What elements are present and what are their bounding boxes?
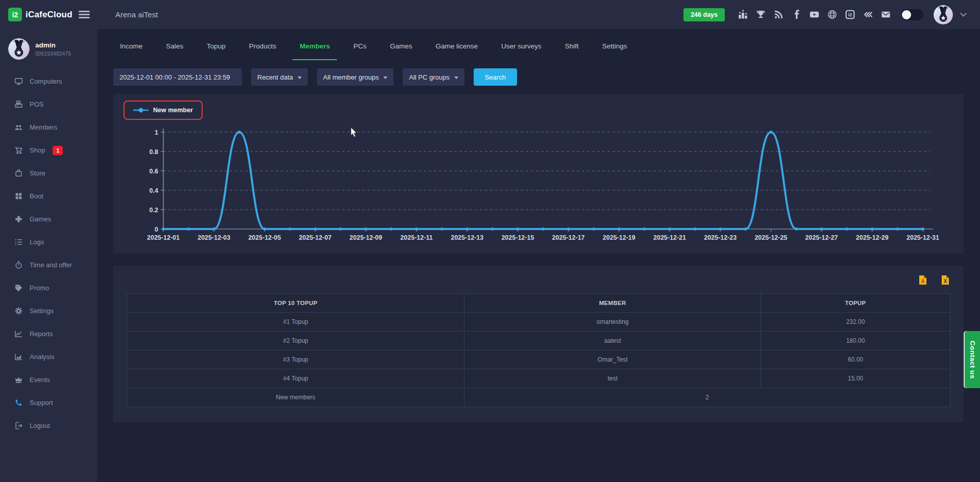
ranking-icon[interactable]: ★★★ — [738, 10, 748, 19]
tab-income[interactable]: Income — [120, 42, 142, 60]
phone-icon — [14, 398, 23, 407]
tab-games[interactable]: Games — [390, 42, 412, 60]
tab-user-surveys[interactable]: User surveys — [501, 42, 542, 60]
sidebar-item-time-and-offer[interactable]: Time and offer — [0, 253, 97, 276]
svg-text:2025-12-19: 2025-12-19 — [603, 234, 635, 241]
data-mode-dropdown[interactable]: Recent data — [251, 68, 308, 86]
tab-sales[interactable]: Sales — [166, 42, 183, 60]
chart-legend-highlighted[interactable]: New member — [124, 100, 203, 120]
svg-text:X: X — [944, 278, 947, 284]
footer-value: 2 — [464, 388, 950, 407]
sidebar-item-logout[interactable]: Logout — [0, 414, 97, 437]
sidebar-item-store[interactable]: Store — [0, 162, 97, 185]
tab-game-license[interactable]: Game license — [435, 42, 478, 60]
export-pdf-icon[interactable]: A — [918, 275, 928, 285]
sidebar-item-settings[interactable]: Settings — [0, 299, 97, 322]
topbar: i2 iCafeCloud Arena aiTest 246 days ★★★i… — [0, 0, 980, 29]
export-row: A X — [127, 275, 950, 286]
table-cell: Omar_Test — [464, 350, 761, 369]
rss-icon[interactable] — [774, 10, 783, 19]
profile-avatar: PLATINUM — [8, 38, 30, 60]
monitor-icon — [14, 77, 23, 86]
topup-table-card: A X TOP 10 TOPUPMEMBERTOPUP #1 Topupomar… — [113, 266, 964, 422]
pc-group-value: All PC groups — [409, 73, 449, 81]
sidebar-item-label: Reports — [30, 330, 53, 338]
sidebar-item-reports[interactable]: Reports — [0, 322, 97, 345]
windows-icon — [14, 192, 23, 200]
pc-group-dropdown[interactable]: All PC groups — [403, 68, 464, 86]
list-icon — [14, 238, 23, 246]
table-row: #3 TopupOmar_Test60.00 — [127, 350, 950, 369]
table-cell: #4 Topup — [127, 369, 464, 388]
icafecloud-icon[interactable]: i2 — [845, 10, 855, 19]
top-topup-table: TOP 10 TOPUPMEMBERTOPUP #1 Topupomartest… — [127, 293, 950, 407]
dark-mode-toggle[interactable] — [901, 9, 923, 20]
table-cell: #2 Topup — [127, 332, 464, 350]
data-mode-value: Recent data — [257, 73, 293, 81]
user-avatar[interactable]: PLATINUM — [934, 5, 953, 24]
cart-icon — [14, 146, 23, 155]
svg-text:2025-12-21: 2025-12-21 — [653, 234, 686, 241]
table-cell: 232.00 — [761, 313, 950, 332]
svg-text:2025-12-31: 2025-12-31 — [906, 234, 939, 241]
contact-us-tab[interactable]: Contact us — [965, 331, 980, 388]
search-button[interactable]: Search — [474, 68, 517, 86]
sidebar-item-computers[interactable]: Computers — [0, 70, 97, 93]
table-row: #4 Topuptest15.00 — [127, 369, 950, 388]
svg-text:★: ★ — [745, 12, 748, 15]
sidebar-item-support[interactable]: Support — [0, 391, 97, 414]
globe-icon[interactable] — [827, 10, 837, 19]
tab-pcs[interactable]: PCs — [353, 42, 366, 60]
svg-text:0.4: 0.4 — [150, 187, 158, 194]
sidebar-item-boot[interactable]: Boot — [0, 185, 97, 208]
table-header: MEMBER — [464, 294, 761, 313]
tag-icon — [14, 284, 23, 292]
subscription-days-badge[interactable]: 246 days — [683, 8, 725, 21]
app-logo[interactable]: i2 iCafeCloud — [8, 8, 72, 21]
svg-text:i2: i2 — [848, 12, 852, 17]
svg-text:2025-12-29: 2025-12-29 — [856, 234, 889, 241]
youtube-icon[interactable] — [810, 10, 819, 19]
shop-badge: 1 — [53, 146, 63, 155]
sidebar-profile[interactable]: PLATINUM admin 005193482475 — [0, 29, 97, 65]
profile-name: admin — [35, 41, 71, 49]
sidebar-item-label: Events — [30, 376, 50, 384]
sidebar-item-members[interactable]: Members — [0, 116, 97, 139]
chevron-down-icon — [383, 77, 387, 79]
date-range-input[interactable] — [113, 68, 242, 86]
layers-icon[interactable] — [863, 10, 873, 19]
sidebar-item-label: Shop — [30, 146, 45, 154]
svg-text:2025-12-03: 2025-12-03 — [198, 234, 230, 241]
svg-text:A: A — [921, 278, 924, 284]
tab-topup[interactable]: Topup — [207, 42, 226, 60]
member-group-dropdown[interactable]: All member groups — [317, 68, 394, 86]
sidebar-item-logs[interactable]: Logs — [0, 231, 97, 253]
tab-shift[interactable]: Shift — [565, 42, 579, 60]
svg-text:0.2: 0.2 — [150, 207, 158, 214]
page-title: Arena aiTest — [115, 10, 158, 19]
sidebar-item-analysis[interactable]: Analysis — [0, 345, 97, 368]
facebook-icon[interactable] — [792, 10, 801, 19]
chevron-down-icon[interactable] — [960, 10, 967, 17]
tab-products[interactable]: Products — [249, 42, 276, 60]
sidebar-item-promo[interactable]: Promo — [0, 276, 97, 299]
trophy-icon[interactable] — [756, 10, 766, 19]
table-cell: #1 Topup — [127, 313, 464, 332]
brand-zone: i2 iCafeCloud — [0, 8, 97, 21]
table-cell: 15.00 — [761, 369, 950, 388]
sidebar-item-shop[interactable]: Shop1 — [0, 139, 97, 162]
sidebar-item-label: Games — [30, 215, 51, 223]
sidebar-item-pos[interactable]: POS — [0, 93, 97, 116]
svg-text:2025-12-01: 2025-12-01 — [147, 234, 180, 241]
svg-text:0.8: 0.8 — [150, 148, 158, 156]
tab-settings[interactable]: Settings — [602, 42, 627, 60]
sidebar-item-games[interactable]: Games — [0, 208, 97, 231]
mail-icon[interactable] — [881, 10, 891, 19]
tab-members[interactable]: Members — [300, 42, 330, 60]
sidebar-item-label: Support — [30, 399, 53, 407]
table-row: #2 Topupaatest180.00 — [127, 332, 950, 350]
sidebar-item-label: Time and offer — [30, 261, 72, 269]
export-excel-icon[interactable]: X — [940, 275, 950, 285]
sidebar-item-events[interactable]: Events — [0, 368, 97, 391]
hamburger-menu-icon[interactable] — [79, 9, 90, 20]
